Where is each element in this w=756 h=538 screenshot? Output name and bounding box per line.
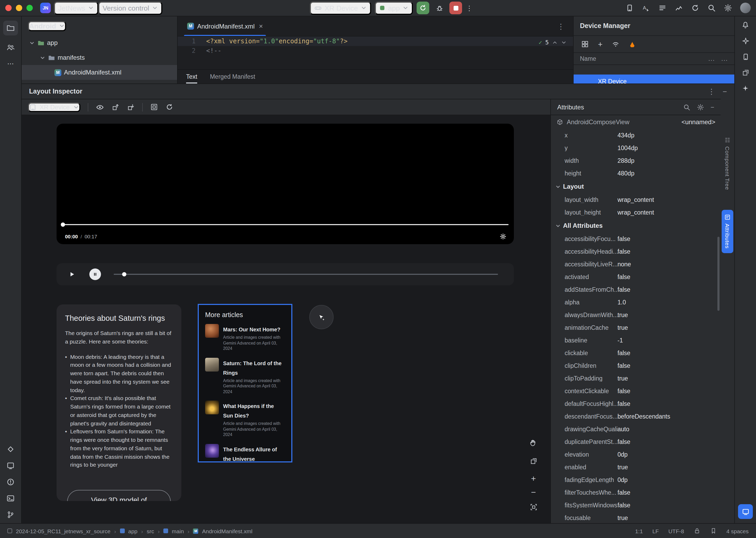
view-3d-model-button[interactable]: View 3D model of bbox=[67, 490, 171, 501]
play-icon[interactable] bbox=[68, 271, 76, 278]
sync-icon[interactable] bbox=[691, 4, 699, 12]
readonly-lock-icon[interactable] bbox=[694, 527, 701, 534]
attribute-row[interactable]: descendantFocus...beforeDescendants bbox=[551, 410, 721, 423]
editor-options-icon[interactable]: ⋮ bbox=[553, 22, 569, 30]
caret-position[interactable]: 1:1 bbox=[635, 528, 643, 534]
bookmark-icon[interactable] bbox=[710, 527, 717, 534]
attribute-row[interactable]: width288dp bbox=[551, 154, 721, 167]
video-progress-track[interactable] bbox=[62, 224, 508, 225]
add-device-button[interactable]: + bbox=[598, 40, 603, 49]
settings-gear-icon[interactable] bbox=[697, 103, 704, 111]
view-options-eye-icon[interactable] bbox=[95, 103, 104, 111]
attribute-row[interactable]: x434dp bbox=[551, 129, 721, 142]
breadcrumb-item[interactable]: main bbox=[172, 528, 184, 534]
video-progress-knob[interactable] bbox=[61, 223, 65, 227]
terminal-icon[interactable] bbox=[6, 494, 15, 503]
attribute-row[interactable]: alpha1.0 bbox=[551, 296, 721, 309]
tab-attributes[interactable]: Attributes bbox=[722, 210, 733, 253]
more-actions-button[interactable]: ⋮ bbox=[466, 4, 473, 12]
dependencies-icon[interactable] bbox=[6, 445, 15, 454]
audio-seek-slider[interactable] bbox=[114, 274, 498, 275]
running-devices-button[interactable] bbox=[738, 504, 753, 519]
hide-panel-icon[interactable]: − bbox=[723, 87, 727, 96]
device-row-xr-device[interactable]: XR Device bbox=[574, 75, 734, 83]
xr-pointer-button[interactable] bbox=[309, 305, 334, 329]
column-options-icon[interactable]: ... bbox=[708, 56, 715, 62]
audio-slider-knob[interactable] bbox=[122, 272, 126, 276]
search-icon[interactable] bbox=[707, 4, 716, 12]
tab-text[interactable]: Text bbox=[186, 70, 197, 83]
attribute-row[interactable]: activatedfalse bbox=[551, 271, 721, 283]
gemini-icon[interactable] bbox=[742, 84, 749, 92]
pan-button[interactable] bbox=[527, 436, 540, 450]
indent-indicator[interactable]: 4 spaces bbox=[727, 528, 749, 534]
project-menu[interactable]: JetNews bbox=[54, 1, 98, 15]
article-item[interactable]: What Happens if the Sun Dies?Article and… bbox=[205, 401, 285, 438]
panel-options-icon[interactable]: ⋮ bbox=[708, 87, 715, 96]
tree-item-androidmanifest[interactable]: M AndroidManifest.xml bbox=[22, 65, 177, 80]
attribute-row[interactable]: fadingEdgeLength0dp bbox=[551, 473, 721, 486]
settings-gear-icon[interactable] bbox=[724, 4, 732, 12]
breadcrumb-item[interactable]: src bbox=[147, 528, 154, 534]
attribute-row[interactable]: drawingCacheQualitauto bbox=[551, 423, 721, 436]
article-item[interactable]: Mars: Our Next Home?Article and images c… bbox=[205, 324, 285, 352]
device-mirror-icon[interactable] bbox=[625, 4, 634, 12]
attribute-row[interactable]: baseline-1 bbox=[551, 334, 721, 347]
profiler-icon[interactable] bbox=[674, 4, 683, 12]
project-view-selector[interactable]: Android bbox=[28, 21, 66, 31]
firebase-icon[interactable] bbox=[629, 40, 636, 48]
logcat-icon[interactable] bbox=[6, 461, 15, 470]
more-articles-card-selected[interactable]: More articles Mars: Our Next Home?Articl… bbox=[198, 304, 292, 462]
attribute-row[interactable]: defaultFocusHighl...false bbox=[551, 398, 721, 410]
grid-view-icon[interactable] bbox=[581, 40, 589, 48]
inspector-device-selector[interactable]: XR Device bbox=[28, 102, 80, 112]
zoom-fit-button[interactable] bbox=[527, 500, 540, 514]
breadcrumb-item[interactable]: app bbox=[128, 528, 138, 534]
video-player-component[interactable]: 00:00 / 00:17 bbox=[57, 124, 514, 244]
refresh-icon[interactable] bbox=[165, 103, 173, 111]
section-all-attributes[interactable]: All Attributes bbox=[551, 219, 721, 233]
name-column-header[interactable]: Name bbox=[580, 56, 596, 62]
run-configuration-selector[interactable]: app bbox=[375, 1, 413, 15]
attribute-row[interactable]: alwaysDrawnWith...true bbox=[551, 309, 721, 321]
editor-tab-androidmanifest[interactable]: M AndroidManifest.xml × bbox=[182, 16, 268, 36]
inspections-widget[interactable]: ✓ 5 bbox=[539, 37, 567, 47]
component-header[interactable]: AndroidComposeView <unnamed> bbox=[551, 115, 721, 129]
saturn-theories-card[interactable]: Theories about Saturn's rings The origin… bbox=[57, 304, 181, 501]
zoom-window-button[interactable] bbox=[27, 5, 33, 11]
pull-requests-icon[interactable] bbox=[6, 43, 15, 52]
article-item[interactable]: The Endless Allure of the UniverseArticl… bbox=[205, 444, 285, 462]
close-window-button[interactable] bbox=[5, 5, 12, 11]
import-snapshot-icon[interactable] bbox=[127, 103, 135, 111]
notifications-bell-icon[interactable] bbox=[741, 21, 750, 29]
code-area[interactable]: 1 <?xml version="1.0" encoding="utf-8"?>… bbox=[178, 36, 573, 69]
mode-3d-button[interactable] bbox=[527, 454, 540, 468]
tree-item-app[interactable]: app bbox=[22, 35, 177, 50]
attribute-row[interactable]: accessibilityHeadi...false bbox=[551, 245, 721, 258]
search-icon[interactable] bbox=[683, 103, 690, 111]
file-encoding-indicator[interactable]: UTF-8 bbox=[668, 528, 684, 534]
pair-wifi-icon[interactable] bbox=[612, 40, 619, 48]
pause-button[interactable] bbox=[89, 268, 101, 280]
user-avatar[interactable] bbox=[740, 3, 751, 13]
translate-icon[interactable]: A bbox=[642, 4, 650, 12]
video-settings-gear-icon[interactable] bbox=[499, 233, 506, 240]
debug-button[interactable] bbox=[433, 2, 446, 14]
export-snapshot-icon[interactable] bbox=[111, 103, 119, 111]
device-selector[interactable]: XR Device bbox=[310, 1, 371, 15]
rerun-button[interactable] bbox=[417, 2, 430, 14]
device-manager-icon[interactable] bbox=[741, 53, 749, 61]
zoom-in-button[interactable]: + bbox=[527, 472, 540, 486]
attribute-row[interactable]: height480dp bbox=[551, 167, 721, 180]
attribute-row[interactable]: accessibilityLiveR...none bbox=[551, 258, 721, 271]
todo-list-icon[interactable] bbox=[658, 4, 667, 12]
tab-merged-manifest[interactable]: Merged Manifest bbox=[210, 70, 255, 83]
attributes-list[interactable]: AndroidComposeView <unnamed> x434dp y100… bbox=[551, 115, 721, 523]
attribute-row[interactable]: clickablefalse bbox=[551, 347, 721, 359]
attribute-row[interactable]: y1004dp bbox=[551, 142, 721, 154]
resource-manager-icon[interactable] bbox=[741, 69, 749, 77]
attribute-row[interactable]: addStatesFromCh...false bbox=[551, 283, 721, 296]
tab-component-tree[interactable]: Component Tree bbox=[722, 133, 733, 194]
git-branch-icon[interactable] bbox=[6, 511, 15, 519]
attribute-row[interactable]: accessibilityFocu...false bbox=[551, 233, 721, 245]
